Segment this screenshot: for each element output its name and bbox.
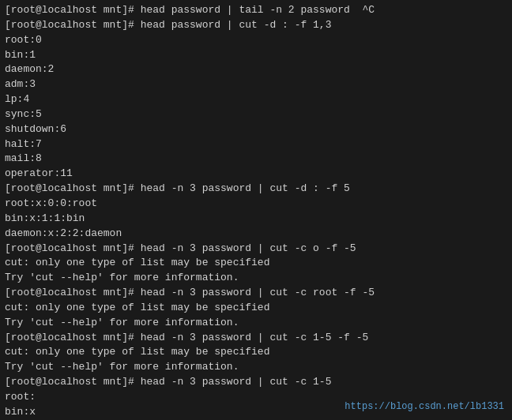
terminal-output: mail:8 xyxy=(5,152,507,167)
terminal-output: Try 'cut --help' for more information. xyxy=(5,271,507,286)
terminal-output: cut: only one type of list may be specif… xyxy=(5,301,507,316)
terminal-output: halt:7 xyxy=(5,137,507,152)
terminal-output: lp:4 xyxy=(5,92,507,107)
terminal-output: daemon:x:2:2:daemon xyxy=(5,227,507,242)
terminal-output: Try 'cut --help' for more information. xyxy=(5,360,507,375)
terminal-window: [root@localhost mnt]# head password | ta… xyxy=(0,0,512,420)
terminal-output: bin:x:1:1:bin xyxy=(5,212,507,227)
terminal-output: adm:3 xyxy=(5,77,507,92)
terminal-output: Try 'cut --help' for more information. xyxy=(5,316,507,331)
terminal-prompt: [root@localhost mnt]# head -n 3 password… xyxy=(5,242,507,257)
terminal-output: bin:1 xyxy=(5,48,507,63)
terminal-prompt: [root@localhost mnt]# head -n 3 password… xyxy=(5,375,507,390)
terminal-output: sync:5 xyxy=(5,107,507,122)
terminal-output: cut: only one type of list may be specif… xyxy=(5,256,507,271)
terminal-prompt: [root@localhost mnt]# head -n 3 password… xyxy=(5,286,507,301)
terminal-prompt: [root@localhost mnt]# head password | cu… xyxy=(5,18,507,33)
terminal-output: shutdown:6 xyxy=(5,122,507,137)
terminal-content: [root@localhost mnt]# head password | ta… xyxy=(5,3,507,420)
terminal-output: root:0 xyxy=(5,33,507,48)
terminal-output: operator:11 xyxy=(5,167,507,182)
terminal-prompt: [root@localhost mnt]# head -n 3 password… xyxy=(5,331,507,346)
watermark: https://blog.csdn.net/lb1331 xyxy=(344,401,504,412)
terminal-prompt: [root@localhost mnt]# head password | ta… xyxy=(5,3,507,18)
terminal-output: cut: only one type of list may be specif… xyxy=(5,345,507,360)
terminal-output: daemon:2 xyxy=(5,62,507,77)
terminal-prompt: [root@localhost mnt]# head -n 3 password… xyxy=(5,182,507,197)
terminal-output: root:x:0:0:root xyxy=(5,197,507,212)
